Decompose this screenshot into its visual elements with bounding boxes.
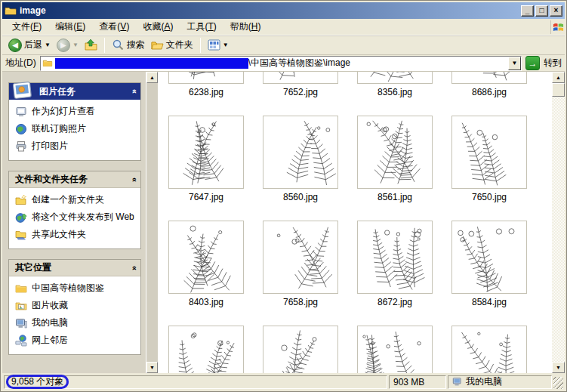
share-folder-icon xyxy=(15,229,27,241)
thumbnail-item[interactable]: 7658.jpg xyxy=(263,221,338,326)
thumbnail-item[interactable]: 8561.jpg xyxy=(357,116,433,221)
menu-item-v[interactable]: 查看(V) xyxy=(92,18,136,35)
task-item-label: 打印图片 xyxy=(32,140,68,152)
views-icon xyxy=(208,39,220,51)
views-button[interactable]: ▼ xyxy=(206,38,230,52)
minimize-button[interactable]: _ xyxy=(521,5,534,17)
thumbnail-filename: 7658.jpg xyxy=(283,297,318,307)
task-panel-title: 图片任务 xyxy=(39,85,75,98)
scroll-up-icon[interactable]: ▲ xyxy=(552,72,565,83)
thumbnail-item[interactable] xyxy=(168,326,244,373)
thumbnail-item[interactable]: 7652.jpg xyxy=(263,72,338,116)
resize-grip[interactable] xyxy=(553,377,563,389)
thumbnail-image[interactable] xyxy=(357,326,433,373)
thumbnail-item[interactable]: 8356.jpg xyxy=(357,72,433,116)
forward-icon: ▶ xyxy=(57,39,70,52)
address-input[interactable]: \中国高等植物图鉴\image ▼ xyxy=(40,56,522,71)
task-item-label: 作为幻灯片查看 xyxy=(32,106,95,117)
go-label: 转到 xyxy=(544,57,562,69)
menu-item-f[interactable]: 文件(F) xyxy=(5,18,48,35)
menu-item-h[interactable]: 帮助(H) xyxy=(223,18,268,35)
views-dropdown-icon[interactable]: ▼ xyxy=(223,42,229,48)
task-item[interactable]: 联机订购照片 xyxy=(15,123,137,135)
menu-item-e[interactable]: 编辑(E) xyxy=(48,18,92,35)
search-button[interactable]: 搜索 xyxy=(110,38,146,52)
thumbnail-image[interactable] xyxy=(168,326,244,373)
thumbnail-image[interactable] xyxy=(263,221,338,294)
back-button[interactable]: ◀ 后退 ▼ xyxy=(7,38,52,53)
thumbnail-image[interactable] xyxy=(263,326,338,373)
thumbnail-image[interactable] xyxy=(357,221,433,294)
thumbnail-item[interactable]: 7647.jpg xyxy=(168,116,244,221)
thumbnail-image[interactable] xyxy=(263,72,338,84)
thumbnail-item[interactable]: 8560.jpg xyxy=(263,116,338,221)
thumbnail-image[interactable] xyxy=(168,116,244,189)
task-panel-header[interactable]: 图片任务» xyxy=(9,83,140,100)
thumbnail-grid: 6238.jpg7652.jpg8356.jpg8686.jpg7647.jpg… xyxy=(168,72,552,373)
collapse-chevron-icon[interactable]: » xyxy=(129,265,138,270)
thumbnail-item[interactable]: 6238.jpg xyxy=(168,72,244,116)
up-button[interactable] xyxy=(83,38,99,52)
thumbnail-image[interactable] xyxy=(357,72,433,84)
scroll-down-icon[interactable]: ▼ xyxy=(552,362,565,373)
folders-button[interactable]: 文件夹 xyxy=(149,38,195,52)
address-dropdown-button[interactable]: ▼ xyxy=(508,57,521,70)
back-dropdown-icon[interactable]: ▼ xyxy=(45,42,51,48)
thumbnail-item[interactable]: 8584.jpg xyxy=(451,221,527,326)
task-panel-header[interactable]: 其它位置» xyxy=(9,260,140,276)
collapse-chevron-icon[interactable]: » xyxy=(129,177,138,181)
scrollbar-track[interactable] xyxy=(146,83,158,362)
task-item[interactable]: 我的电脑 xyxy=(15,317,137,329)
thumbnail-item[interactable]: 8686.jpg xyxy=(451,72,527,116)
scroll-up-icon[interactable]: ▲ xyxy=(146,72,158,83)
thumbnail-image[interactable] xyxy=(357,116,433,189)
scrollbar-track[interactable] xyxy=(552,97,565,362)
task-pane: 图片任务»作为幻灯片查看联机订购照片打印图片文件和文件夹任务»创建一个新文件夹将… xyxy=(2,72,146,373)
menu-item-a[interactable]: 收藏(A) xyxy=(136,18,180,35)
task-item[interactable]: 将这个文件夹发布到 Web xyxy=(15,211,137,224)
thumbnail-image[interactable] xyxy=(168,72,244,84)
close-button[interactable]: × xyxy=(550,5,562,17)
task-item[interactable]: 图片收藏 xyxy=(15,300,137,312)
task-item-label: 我的电脑 xyxy=(32,317,68,329)
task-item[interactable]: 作为幻灯片查看 xyxy=(15,106,137,118)
thumbnail-image[interactable] xyxy=(451,116,527,189)
task-item[interactable]: 创建一个新文件夹 xyxy=(15,194,137,206)
task-pane-scrollbar[interactable]: ▲ ▼ xyxy=(146,72,158,373)
forward-button[interactable]: ▶ ▼ xyxy=(55,38,80,53)
thumbnail-item[interactable] xyxy=(263,326,338,373)
task-panel-header[interactable]: 文件和文件夹任务» xyxy=(9,171,140,188)
scrollbar-thumb[interactable] xyxy=(552,83,565,97)
thumbnail-image[interactable] xyxy=(451,72,527,84)
thumbnail-item[interactable]: 8672.jpg xyxy=(357,221,433,326)
thumbnail-item[interactable]: 7650.jpg xyxy=(451,116,527,221)
my-pictures-icon xyxy=(15,300,27,312)
task-item[interactable]: 打印图片 xyxy=(15,140,137,153)
thumbnail-item[interactable] xyxy=(451,326,527,373)
location-text: 我的电脑 xyxy=(466,375,502,388)
content-scrollbar[interactable]: ▲ ▼ xyxy=(552,72,565,373)
maximize-button[interactable]: □ xyxy=(535,5,548,17)
collapse-chevron-icon[interactable]: » xyxy=(129,89,138,94)
search-icon xyxy=(112,39,125,51)
menu-access-key: E xyxy=(76,21,82,32)
go-button[interactable]: → xyxy=(525,56,540,70)
address-label: 地址(D) xyxy=(5,57,36,69)
thumbnail-image[interactable] xyxy=(451,326,527,373)
menu-item-t[interactable]: 工具(T) xyxy=(180,18,223,35)
thumbnail-image[interactable] xyxy=(168,221,244,294)
menu-access-key: F xyxy=(33,21,39,32)
thumbnail-image[interactable] xyxy=(263,116,338,189)
thumbnail-item[interactable] xyxy=(357,326,433,373)
task-item[interactable]: 中国高等植物图鉴 xyxy=(15,282,137,295)
scroll-down-icon[interactable]: ▼ xyxy=(146,362,158,373)
thumbnail-image[interactable] xyxy=(451,221,527,294)
my-computer-icon xyxy=(15,317,27,329)
toolbar-separator xyxy=(200,38,201,53)
thumbnail-item[interactable]: 8403.jpg xyxy=(168,221,244,326)
task-item[interactable]: 网上邻居 xyxy=(15,335,137,347)
titlebar[interactable]: image _ □ × xyxy=(2,2,565,19)
task-item[interactable]: 共享此文件夹 xyxy=(15,229,137,241)
task-item-label: 将这个文件夹发布到 Web xyxy=(32,211,134,223)
menu-access-key: T xyxy=(208,21,213,32)
